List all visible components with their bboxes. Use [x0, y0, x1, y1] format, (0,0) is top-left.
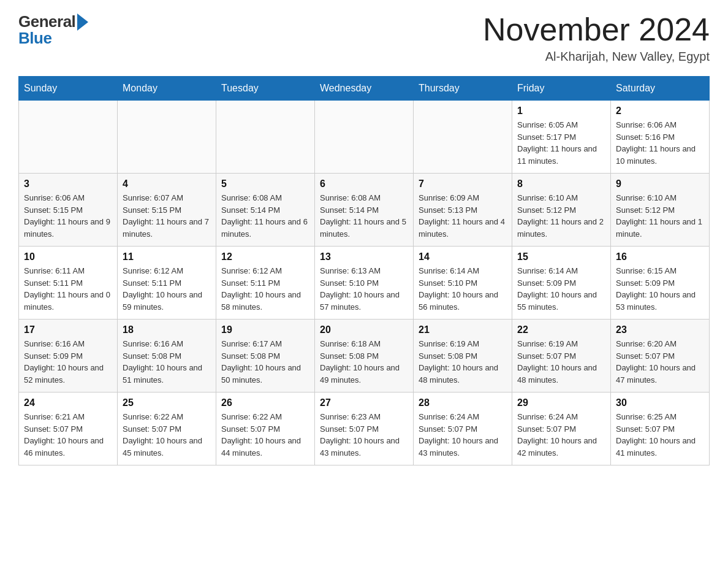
month-title: November 2024: [483, 12, 710, 47]
day-info: Sunrise: 6:10 AMSunset: 5:12 PMDaylight:…: [616, 192, 704, 240]
day-info: Sunrise: 6:25 AMSunset: 5:07 PMDaylight:…: [616, 411, 704, 459]
day-info: Sunrise: 6:19 AMSunset: 5:07 PMDaylight:…: [517, 338, 605, 386]
day-info: Sunrise: 6:07 AMSunset: 5:15 PMDaylight:…: [123, 192, 211, 240]
calendar-cell: [19, 101, 118, 174]
day-number: 1: [517, 105, 605, 117]
day-info: Sunrise: 6:06 AMSunset: 5:16 PMDaylight:…: [616, 119, 704, 167]
calendar-cell: 7Sunrise: 6:09 AMSunset: 5:13 PMDaylight…: [414, 174, 512, 247]
day-info: Sunrise: 6:14 AMSunset: 5:09 PMDaylight:…: [517, 265, 605, 313]
day-number: 26: [221, 397, 309, 408]
weekday-header-wednesday: Wednesday: [315, 77, 414, 101]
logo-triangle-icon: [77, 13, 88, 31]
calendar-week-row: 3Sunrise: 6:06 AMSunset: 5:15 PMDaylight…: [19, 174, 710, 247]
day-number: 17: [24, 324, 112, 335]
day-info: Sunrise: 6:14 AMSunset: 5:10 PMDaylight:…: [419, 265, 507, 313]
day-number: 16: [616, 251, 704, 262]
calendar-cell: 3Sunrise: 6:06 AMSunset: 5:15 PMDaylight…: [19, 174, 118, 247]
calendar-cell: [414, 101, 512, 174]
weekday-header-thursday: Thursday: [414, 77, 512, 101]
day-number: 3: [24, 178, 112, 190]
calendar-cell: 19Sunrise: 6:17 AMSunset: 5:08 PMDayligh…: [216, 320, 315, 393]
day-number: 5: [221, 178, 309, 190]
calendar-cell: 17Sunrise: 6:16 AMSunset: 5:09 PMDayligh…: [19, 320, 118, 393]
day-info: Sunrise: 6:22 AMSunset: 5:07 PMDaylight:…: [221, 411, 309, 459]
weekday-header-friday: Friday: [512, 77, 611, 101]
day-number: 28: [419, 397, 507, 408]
day-number: 2: [616, 105, 704, 117]
calendar-cell: 12Sunrise: 6:12 AMSunset: 5:11 PMDayligh…: [216, 247, 315, 320]
day-number: 21: [419, 324, 507, 335]
logo-blue-text: Blue: [18, 29, 51, 48]
calendar-cell: 29Sunrise: 6:24 AMSunset: 5:07 PMDayligh…: [512, 393, 611, 465]
title-block: November 2024 Al-Kharijah, New Valley, E…: [483, 12, 710, 64]
calendar-header-row: SundayMondayTuesdayWednesdayThursdayFrid…: [19, 77, 710, 101]
calendar-cell: 16Sunrise: 6:15 AMSunset: 5:09 PMDayligh…: [611, 247, 710, 320]
day-number: 15: [517, 251, 605, 262]
calendar-cell: 1Sunrise: 6:05 AMSunset: 5:17 PMDaylight…: [512, 101, 611, 174]
day-number: 22: [517, 324, 605, 335]
day-info: Sunrise: 6:16 AMSunset: 5:09 PMDaylight:…: [24, 338, 112, 386]
day-info: Sunrise: 6:16 AMSunset: 5:08 PMDaylight:…: [123, 338, 211, 386]
calendar-cell: 6Sunrise: 6:08 AMSunset: 5:14 PMDaylight…: [315, 174, 414, 247]
weekday-header-sunday: Sunday: [19, 77, 118, 101]
calendar-cell: [216, 101, 315, 174]
day-number: 9: [616, 178, 704, 190]
calendar-cell: 26Sunrise: 6:22 AMSunset: 5:07 PMDayligh…: [216, 393, 315, 465]
day-info: Sunrise: 6:21 AMSunset: 5:07 PMDaylight:…: [24, 411, 112, 459]
calendar-cell: 8Sunrise: 6:10 AMSunset: 5:12 PMDaylight…: [512, 174, 611, 247]
day-number: 30: [616, 397, 704, 408]
day-info: Sunrise: 6:22 AMSunset: 5:07 PMDaylight:…: [123, 411, 211, 459]
day-number: 10: [24, 251, 112, 262]
calendar-cell: 18Sunrise: 6:16 AMSunset: 5:08 PMDayligh…: [118, 320, 216, 393]
calendar-cell: 22Sunrise: 6:19 AMSunset: 5:07 PMDayligh…: [512, 320, 611, 393]
calendar-cell: [315, 101, 414, 174]
calendar-week-row: 10Sunrise: 6:11 AMSunset: 5:11 PMDayligh…: [19, 247, 710, 320]
calendar-week-row: 24Sunrise: 6:21 AMSunset: 5:07 PMDayligh…: [19, 393, 710, 465]
day-info: Sunrise: 6:20 AMSunset: 5:07 PMDaylight:…: [616, 338, 704, 386]
weekday-header-saturday: Saturday: [611, 77, 710, 101]
day-info: Sunrise: 6:23 AMSunset: 5:07 PMDaylight:…: [320, 411, 408, 459]
day-info: Sunrise: 6:12 AMSunset: 5:11 PMDaylight:…: [221, 265, 309, 313]
day-number: 11: [123, 251, 211, 262]
calendar-cell: 15Sunrise: 6:14 AMSunset: 5:09 PMDayligh…: [512, 247, 611, 320]
calendar-cell: 27Sunrise: 6:23 AMSunset: 5:07 PMDayligh…: [315, 393, 414, 465]
page-header: General Blue November 2024 Al-Kharijah, …: [18, 12, 710, 64]
day-info: Sunrise: 6:15 AMSunset: 5:09 PMDaylight:…: [616, 265, 704, 313]
day-number: 4: [123, 178, 211, 190]
calendar-cell: 21Sunrise: 6:19 AMSunset: 5:08 PMDayligh…: [414, 320, 512, 393]
day-number: 12: [221, 251, 309, 262]
day-number: 19: [221, 324, 309, 335]
calendar-cell: 14Sunrise: 6:14 AMSunset: 5:10 PMDayligh…: [414, 247, 512, 320]
day-info: Sunrise: 6:10 AMSunset: 5:12 PMDaylight:…: [517, 192, 605, 240]
calendar-week-row: 17Sunrise: 6:16 AMSunset: 5:09 PMDayligh…: [19, 320, 710, 393]
day-info: Sunrise: 6:12 AMSunset: 5:11 PMDaylight:…: [123, 265, 211, 313]
day-info: Sunrise: 6:08 AMSunset: 5:14 PMDaylight:…: [320, 192, 408, 240]
day-number: 14: [419, 251, 507, 262]
day-info: Sunrise: 6:08 AMSunset: 5:14 PMDaylight:…: [221, 192, 309, 240]
weekday-header-monday: Monday: [118, 77, 216, 101]
calendar-cell: [118, 101, 216, 174]
calendar-week-row: 1Sunrise: 6:05 AMSunset: 5:17 PMDaylight…: [19, 101, 710, 174]
day-number: 7: [419, 178, 507, 190]
calendar-cell: 20Sunrise: 6:18 AMSunset: 5:08 PMDayligh…: [315, 320, 414, 393]
day-number: 29: [517, 397, 605, 408]
calendar-cell: 25Sunrise: 6:22 AMSunset: 5:07 PMDayligh…: [118, 393, 216, 465]
calendar-table: SundayMondayTuesdayWednesdayThursdayFrid…: [18, 76, 710, 465]
day-number: 24: [24, 397, 112, 408]
day-number: 6: [320, 178, 408, 190]
day-info: Sunrise: 6:11 AMSunset: 5:11 PMDaylight:…: [24, 265, 112, 313]
day-info: Sunrise: 6:18 AMSunset: 5:08 PMDaylight:…: [320, 338, 408, 386]
day-number: 20: [320, 324, 408, 335]
day-number: 23: [616, 324, 704, 335]
calendar-cell: 23Sunrise: 6:20 AMSunset: 5:07 PMDayligh…: [611, 320, 710, 393]
day-info: Sunrise: 6:09 AMSunset: 5:13 PMDaylight:…: [419, 192, 507, 240]
weekday-header-tuesday: Tuesday: [216, 77, 315, 101]
calendar-cell: 9Sunrise: 6:10 AMSunset: 5:12 PMDaylight…: [611, 174, 710, 247]
calendar-cell: 13Sunrise: 6:13 AMSunset: 5:10 PMDayligh…: [315, 247, 414, 320]
calendar-cell: 30Sunrise: 6:25 AMSunset: 5:07 PMDayligh…: [611, 393, 710, 465]
location-text: Al-Kharijah, New Valley, Egypt: [483, 50, 710, 64]
calendar-cell: 28Sunrise: 6:24 AMSunset: 5:07 PMDayligh…: [414, 393, 512, 465]
day-info: Sunrise: 6:24 AMSunset: 5:07 PMDaylight:…: [517, 411, 605, 459]
day-info: Sunrise: 6:24 AMSunset: 5:07 PMDaylight:…: [419, 411, 507, 459]
day-number: 8: [517, 178, 605, 190]
